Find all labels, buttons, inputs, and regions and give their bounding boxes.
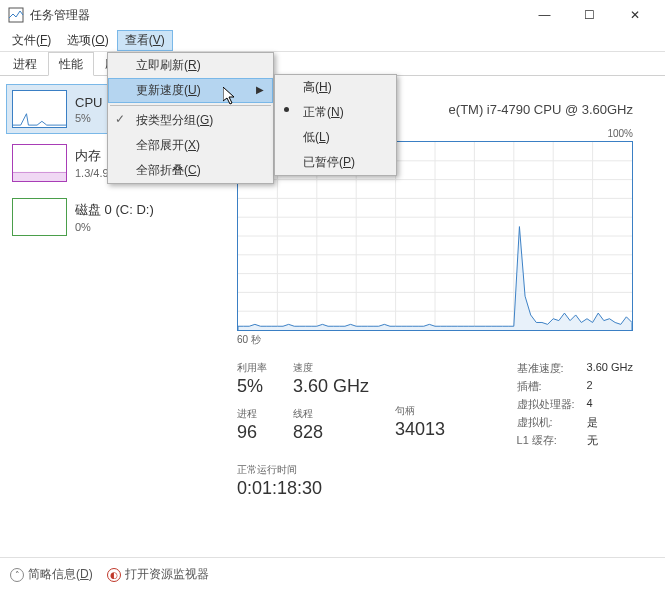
proc-value: 96 bbox=[237, 422, 267, 443]
cpu-details: 基准速度:3.60 GHz 插槽:2 虚拟处理器:4 虚拟机:是 L1 缓存:无 bbox=[517, 361, 633, 451]
bullet-icon bbox=[284, 107, 289, 112]
menu-refresh-now[interactable]: 立即刷新(R) bbox=[108, 53, 273, 78]
memory-mini-chart bbox=[12, 144, 67, 182]
speed-low[interactable]: 低(L) bbox=[275, 125, 396, 150]
sidebar-cpu-value: 5% bbox=[75, 112, 102, 124]
disk-mini-chart bbox=[12, 198, 67, 236]
view-dropdown: 立即刷新(R) 更新速度(U)▶ ✓按类型分组(G) 全部展开(X) 全部折叠(… bbox=[107, 52, 274, 184]
uptime-value: 0:01:18:30 bbox=[237, 478, 633, 499]
open-resmon-button[interactable]: ◐ 打开资源监视器 bbox=[107, 566, 209, 583]
submenu-arrow-icon: ▶ bbox=[256, 84, 264, 95]
app-icon bbox=[8, 7, 24, 23]
util-value: 5% bbox=[237, 376, 267, 397]
chart-ymax: 100% bbox=[607, 128, 633, 139]
menu-collapse-all[interactable]: 全部折叠(C) bbox=[108, 158, 273, 183]
check-icon: ✓ bbox=[115, 112, 125, 126]
thread-value: 828 bbox=[293, 422, 369, 443]
cpu-mini-chart bbox=[12, 90, 67, 128]
menu-file[interactable]: 文件(F) bbox=[4, 30, 59, 51]
menubar: 文件(F) 选项(O) 查看(V) bbox=[0, 30, 665, 52]
update-speed-submenu: 高(H) 正常(N) 低(L) 已暂停(P) bbox=[274, 74, 397, 176]
handle-label-spacer bbox=[395, 361, 445, 372]
menu-divider bbox=[110, 105, 271, 106]
sidebar-disk-label: 磁盘 0 (C: D:) bbox=[75, 201, 154, 219]
sidebar-disk-value: 0% bbox=[75, 221, 154, 233]
tabs: 进程 性能 应用历 启动 息 服务 bbox=[0, 52, 665, 76]
chart-xlabel: 60 秒 bbox=[237, 333, 633, 347]
svg-rect-1 bbox=[13, 172, 66, 181]
tab-performance[interactable]: 性能 bbox=[48, 52, 94, 76]
thread-label: 线程 bbox=[293, 407, 369, 421]
menu-update-speed[interactable]: 更新速度(U)▶ bbox=[108, 78, 273, 103]
speed-high[interactable]: 高(H) bbox=[275, 75, 396, 100]
speed-normal[interactable]: 正常(N) bbox=[275, 100, 396, 125]
svg-rect-0 bbox=[9, 8, 23, 22]
handle-label: 句柄 bbox=[395, 404, 445, 418]
proc-label: 进程 bbox=[237, 407, 267, 421]
close-button[interactable]: ✕ bbox=[612, 0, 657, 30]
util-label: 利用率 bbox=[237, 361, 267, 375]
tab-processes[interactable]: 进程 bbox=[2, 52, 48, 75]
menu-expand-all[interactable]: 全部展开(X) bbox=[108, 133, 273, 158]
window-title: 任务管理器 bbox=[30, 7, 522, 24]
minimize-button[interactable]: — bbox=[522, 0, 567, 30]
sidebar-item-disk[interactable]: 磁盘 0 (C: D:) 0% bbox=[6, 192, 219, 242]
speed-label: 速度 bbox=[293, 361, 369, 375]
sidebar-cpu-label: CPU bbox=[75, 95, 102, 110]
menu-view[interactable]: 查看(V) bbox=[117, 30, 173, 51]
cpu-model: e(TM) i7-4790 CPU @ 3.60GHz bbox=[449, 102, 633, 117]
uptime-label: 正常运行时间 bbox=[237, 463, 633, 477]
speed-paused[interactable]: 已暂停(P) bbox=[275, 150, 396, 175]
footer: ˄ 简略信息(D) ◐ 打开资源监视器 bbox=[0, 557, 665, 591]
resmon-icon: ◐ bbox=[107, 568, 121, 582]
handle-spacer bbox=[395, 373, 445, 394]
handle-value: 34013 bbox=[395, 419, 445, 440]
speed-value: 3.60 GHz bbox=[293, 376, 369, 397]
brief-info-button[interactable]: ˄ 简略信息(D) bbox=[10, 566, 93, 583]
menu-options[interactable]: 选项(O) bbox=[59, 30, 116, 51]
chevron-up-icon: ˄ bbox=[10, 568, 24, 582]
titlebar: 任务管理器 — ☐ ✕ bbox=[0, 0, 665, 30]
menu-group-by-type[interactable]: ✓按类型分组(G) bbox=[108, 108, 273, 133]
maximize-button[interactable]: ☐ bbox=[567, 0, 612, 30]
